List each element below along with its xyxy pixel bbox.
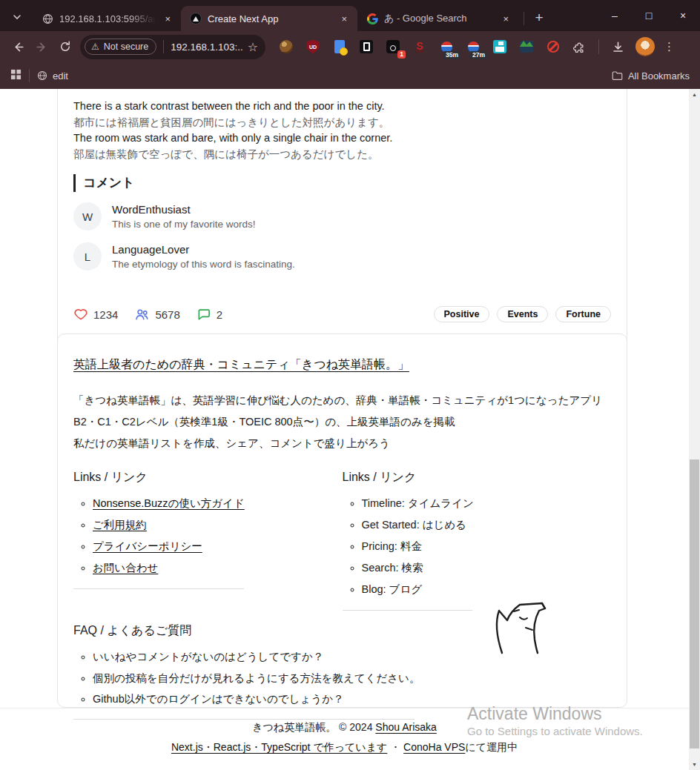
comment-bubble-icon xyxy=(197,307,211,322)
profile-avatar[interactable] xyxy=(635,37,655,56)
about-card: 英語上級者のための辞典・コミュニティ「きつね英単語帳。」 「きつね英単語帳」は、… xyxy=(57,333,627,708)
hosting-link[interactable]: ConoHa VPS xyxy=(403,741,465,753)
window-controls: – □ × xyxy=(598,0,700,31)
tag-pill[interactable]: Fortune xyxy=(555,306,611,322)
chevron-down-icon[interactable] xyxy=(4,4,30,30)
comments-heading: コメント xyxy=(73,174,611,192)
browser-toolbar: ⚠ Not secure 192.168.1.103:... ☆ UD 1 SS… xyxy=(0,31,700,62)
not-secure-chip[interactable]: ⚠ Not secure xyxy=(85,39,156,55)
faq-item: Github以外でのログインはできないのでしょうか？ xyxy=(93,688,422,710)
users-stat[interactable]: 5678 xyxy=(134,307,179,322)
comments-stat[interactable]: 2 xyxy=(197,307,222,322)
bookmark-star-icon[interactable]: ☆ xyxy=(248,40,258,54)
back-button[interactable] xyxy=(6,35,30,59)
users-icon xyxy=(134,307,150,322)
comment-item: L LanguageLover The etymology of this wo… xyxy=(73,242,611,272)
close-window-button[interactable]: × xyxy=(666,0,700,31)
new-tab-button[interactable]: + xyxy=(529,7,549,28)
minimize-button[interactable]: – xyxy=(598,0,632,31)
link-privacy[interactable]: プライバシーポリシー xyxy=(93,540,202,552)
extension-floppy-icon[interactable] xyxy=(489,36,511,58)
bookmark-label: edit xyxy=(53,70,68,82)
hosting-suffix: にて運用中 xyxy=(465,741,518,753)
tag-list: Positive Events Fortune xyxy=(434,306,611,322)
list-item: お問い合わせ xyxy=(93,557,343,579)
scrollbar-thumb[interactable] xyxy=(690,459,699,749)
extension-book-icon[interactable] xyxy=(355,36,377,58)
app-description: 「きつね英単語帳」は、英語学習に伸び悩む人のための、辞典・単語帳・コミュニティが… xyxy=(73,390,611,454)
extension-owl-icon[interactable] xyxy=(275,36,297,58)
address-bar[interactable]: ⚠ Not secure 192.168.1.103:... ☆ xyxy=(80,35,265,59)
tab-google-search[interactable]: あ - Google Search × xyxy=(357,6,519,31)
scrollbar-up-arrow[interactable]: ▲ xyxy=(689,89,700,100)
tab-create-next-app[interactable]: Create Next App × xyxy=(181,6,357,31)
all-bookmarks-button[interactable]: All Bookmarks xyxy=(612,70,690,82)
comment-author: WordEnthusiast xyxy=(112,202,256,217)
author-link[interactable]: Shou Arisaka xyxy=(375,721,437,733)
tab-close-icon[interactable]: × xyxy=(338,13,350,25)
description-line: 私だけの英単語リストを作成、シェア、コメントで盛り上がろう xyxy=(73,433,611,454)
footer-separator: ・ xyxy=(387,741,403,753)
heart-icon xyxy=(73,307,88,322)
extension-blocked-icon[interactable] xyxy=(542,36,564,58)
link-contact[interactable]: お問い合わせ xyxy=(93,562,158,574)
bookmarks-bar: edit All Bookmarks xyxy=(0,62,700,89)
extension-document-icon[interactable] xyxy=(328,36,351,58)
apps-grid-icon[interactable] xyxy=(10,69,22,82)
reload-button[interactable] xyxy=(53,35,77,59)
scrollbar[interactable]: ▲ ▼ xyxy=(689,89,700,770)
maximize-button[interactable]: □ xyxy=(632,0,666,31)
menu-kebab-icon[interactable]: ⋮ xyxy=(659,40,679,53)
tab-close-icon[interactable]: × xyxy=(162,13,174,25)
bookmark-edit[interactable]: edit xyxy=(37,70,68,82)
fox-doodle xyxy=(490,591,548,656)
divider xyxy=(343,610,472,611)
extension-shield-icon[interactable]: UD xyxy=(302,36,324,58)
tag-pill[interactable]: Positive xyxy=(434,306,490,322)
links-column-left: Links / リンク Nonsense.Buzzの使い方ガイド ご利用規約 プ… xyxy=(73,469,343,611)
comment-text: This is one of my favorite words! xyxy=(112,217,256,232)
tech-stack-link[interactable]: Next.js・React.js・TypeScript で作っています xyxy=(171,741,387,753)
list-item[interactable]: Pricing: 料金 xyxy=(362,536,612,557)
faq-item: 個別の投稿を自分だけが見れるようにする方法を教えてください。 xyxy=(93,668,422,689)
toolbar-separator xyxy=(598,39,599,54)
app-title-link[interactable]: 英語上級者のための辞典・コミュニティ「きつね英単語帳。」 xyxy=(73,356,409,373)
comments-count: 2 xyxy=(217,308,222,321)
url-text[interactable]: 192.168.1.103:... xyxy=(171,42,242,53)
list-item[interactable]: Get Started: はじめる xyxy=(362,514,612,536)
example-sentence-ja: 部屋は無装飾で空っぽで、隅には椅子が一つあるだけでした。 xyxy=(73,147,611,163)
extension-timer-icon[interactable]: 35m xyxy=(435,36,458,58)
extension-seo-icon[interactable]: SSEO xyxy=(409,36,431,58)
all-bookmarks-label: All Bookmarks xyxy=(628,70,690,82)
users-count: 5678 xyxy=(155,308,179,321)
extension-timer-icon[interactable]: 27m xyxy=(462,36,484,58)
faq-item: いいねやコメントがないのはどうしてですか？ xyxy=(93,646,422,668)
list-item[interactable]: Search: 検索 xyxy=(362,557,612,579)
downloads-icon[interactable] xyxy=(607,36,629,58)
tag-pill[interactable]: Events xyxy=(497,306,548,322)
extensions-puzzle-icon[interactable] xyxy=(569,36,591,58)
globe-icon xyxy=(42,13,53,24)
extension-mountain-icon[interactable] xyxy=(515,36,538,58)
example-sentence-ja: 都市には裕福層と貧困層の間にはっきりとした対照があります。 xyxy=(73,115,611,131)
like-button[interactable]: 1234 xyxy=(73,307,118,322)
description-line: B2・C1・C2レベル（英検準1級・TOEIC 800点〜）の、上級英単語のみを… xyxy=(73,411,611,433)
link-guide[interactable]: Nonsense.Buzzの使い方ガイド xyxy=(93,497,245,509)
omnibox-separator xyxy=(163,40,164,53)
list-item[interactable]: Timeline: タイムライン xyxy=(362,493,612,514)
avatar: W xyxy=(73,202,102,230)
extension-badge: 35m xyxy=(443,51,460,59)
avatar: L xyxy=(73,242,102,271)
extension-camera-icon[interactable]: 1 xyxy=(382,36,404,58)
tab-strip: 192.168.1.103:5995/api/v1/wo × Create Ne… xyxy=(0,0,700,31)
stats-row: 1234 5678 2 Positive Events Fortune xyxy=(73,306,611,322)
tab-title: 192.168.1.103:5995/api/v1/wo xyxy=(59,13,156,24)
tab-close-icon[interactable]: × xyxy=(500,13,512,25)
link-terms[interactable]: ご利用規約 xyxy=(93,519,147,531)
list-item[interactable]: Blog: ブログ xyxy=(362,579,612,600)
comment-author: LanguageLover xyxy=(112,242,295,257)
forward-button[interactable] xyxy=(30,35,53,59)
tab-api-endpoint[interactable]: 192.168.1.103:5995/api/v1/wo × xyxy=(33,6,181,31)
tab-title: あ - Google Search xyxy=(384,12,494,25)
scrollbar-down-arrow[interactable]: ▼ xyxy=(689,759,700,770)
